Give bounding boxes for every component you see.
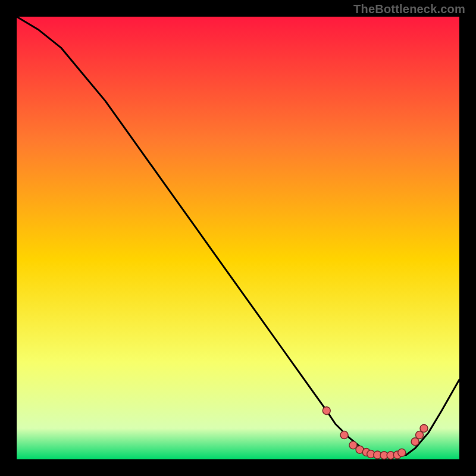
chart-stage: TheBottleneck.com bbox=[0, 0, 476, 476]
watermark-text: TheBottleneck.com bbox=[353, 2, 465, 16]
data-marker bbox=[420, 424, 428, 432]
data-marker bbox=[340, 431, 348, 439]
bottleneck-chart-svg bbox=[0, 0, 476, 476]
chart-background-gradient bbox=[17, 17, 459, 459]
data-marker bbox=[398, 449, 406, 456]
data-marker bbox=[322, 407, 330, 415]
